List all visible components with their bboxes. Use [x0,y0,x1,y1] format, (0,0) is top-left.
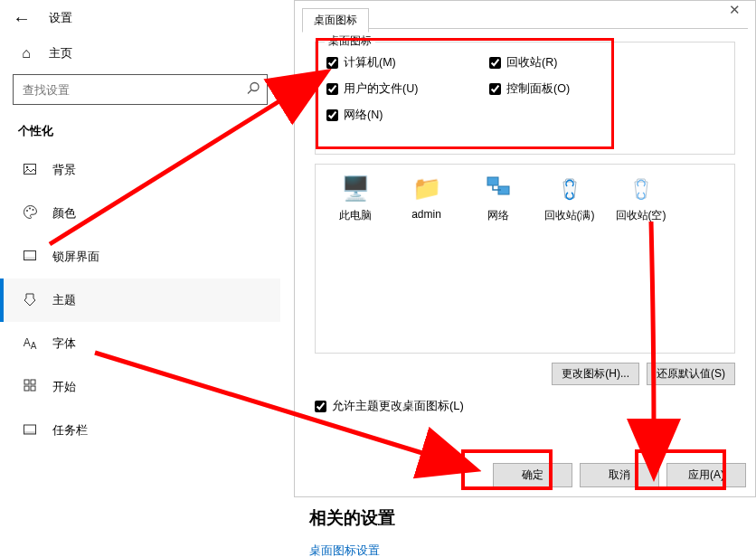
section-title: 个性化 [0,119,280,148]
sidebar-item-background[interactable]: 背景 [0,148,280,192]
sidebar-item-lockscreen[interactable]: 锁屏界面 [0,235,280,278]
svg-rect-10 [31,380,35,384]
svg-rect-15 [487,177,498,185]
preview-label: 此电脑 [339,208,372,223]
computer-icon: 🖥️ [341,174,370,203]
sidebar-item-label: 主题 [52,292,76,308]
home-label: 主页 [49,45,72,61]
preview-item-user[interactable]: 📁 admin [392,174,460,221]
home-icon: ⌂ [18,45,34,61]
icon-preview-panel: 🖥️ 此电脑 📁 admin 网络 回收站(满) [315,164,735,354]
related-title: 相关的设置 [309,506,395,530]
svg-rect-12 [31,386,35,391]
checkbox-allow-themes[interactable]: 允许主题更改桌面图标(L) [315,398,735,414]
sidebar-item-start[interactable]: 开始 [0,365,280,409]
checkbox-label: 允许主题更改桌面图标(L) [332,398,464,414]
desktop-icons-group: 桌面图标 计算机(M) 回收站(R) 用户的文件(U) 控制面板(O) [315,42,735,155]
settings-sidebar: ← 设置 ⌂ 主页 个性化 背景 颜色 锁屏界面 主题 AA [0,0,280,557]
checkbox-userfiles-input[interactable] [326,83,338,95]
checkbox-label: 用户的文件(U) [344,81,418,97]
font-icon: AA [22,336,38,351]
recycle-full-icon [555,174,584,203]
sidebar-item-fonts[interactable]: AA 字体 [0,322,280,365]
checkbox-label: 控制面板(O) [506,81,570,97]
apply-button[interactable]: 应用(A) [666,463,746,487]
checkbox-computer-input[interactable] [326,57,338,69]
sidebar-item-label: 字体 [52,335,76,352]
ok-button[interactable]: 确定 [493,463,572,487]
svg-point-3 [26,165,28,167]
checkbox-label: 网络(N) [344,108,383,123]
svg-point-6 [32,209,33,211]
checkbox-label: 计算机(M) [344,55,396,71]
preview-label: 回收站(空) [616,208,666,223]
image-icon [22,162,38,179]
sidebar-item-label: 颜色 [52,205,76,222]
lockscreen-icon [22,249,38,266]
palette-icon [22,204,38,222]
desktop-icon-settings-dialog: ✕ 桌面图标 桌面图标 计算机(M) 回收站(R) 用户的文件(U) [294,0,756,497]
checkbox-controlpanel[interactable]: 控制面板(O) [489,81,652,97]
cancel-button[interactable]: 取消 [580,463,659,487]
checkbox-userfiles[interactable]: 用户的文件(U) [326,81,489,97]
svg-rect-9 [24,380,29,384]
search-wrap [13,74,268,105]
checkbox-allow-themes-input[interactable] [315,401,326,412]
close-icon[interactable]: ✕ [723,1,746,18]
sidebar-item-colors[interactable]: 颜色 [0,192,280,235]
checkbox-network-input[interactable] [326,109,338,121]
settings-title: 设置 [49,10,72,26]
back-button[interactable]: ← [7,5,36,33]
preview-item-computer[interactable]: 🖥️ 此电脑 [321,174,389,223]
change-icon-button[interactable]: 更改图标(H)... [552,363,639,385]
preview-item-recycle-full[interactable]: 回收站(满) [535,174,603,223]
user-folder-icon: 📁 [412,174,441,203]
related-settings: 相关的设置 桌面图标设置 [309,506,395,557]
svg-point-4 [26,210,28,212]
preview-label: 回收站(满) [544,208,595,223]
sidebar-item-label: 背景 [52,162,76,178]
checkbox-network[interactable]: 网络(N) [326,108,489,123]
checkbox-recyclebin-input[interactable] [489,57,501,69]
group-title: 桌面图标 [325,33,375,49]
recycle-empty-icon [627,174,656,203]
checkbox-computer[interactable]: 计算机(M) [326,55,489,71]
start-icon [22,379,38,395]
sidebar-item-label: 锁屏界面 [52,249,99,265]
taskbar-icon [22,422,38,439]
checkbox-label: 回收站(R) [506,55,557,71]
network-icon [484,174,513,203]
svg-point-5 [29,208,31,210]
preview-label: 网络 [487,208,509,223]
sidebar-item-label: 开始 [52,379,76,395]
sidebar-item-theme[interactable]: 主题 [0,278,280,322]
search-input[interactable] [13,74,268,105]
tab-desktop-icons[interactable]: 桌面图标 [302,8,369,33]
theme-icon [22,292,38,309]
checkbox-recyclebin[interactable]: 回收站(R) [489,55,652,71]
home-nav[interactable]: ⌂ 主页 [0,36,280,71]
related-link[interactable]: 桌面图标设置 [309,543,395,557]
preview-item-recycle-empty[interactable]: 回收站(空) [607,174,675,223]
sidebar-item-taskbar[interactable]: 任务栏 [0,409,280,452]
preview-label: admin [411,208,441,221]
preview-item-network[interactable]: 网络 [464,174,532,223]
restore-defaults-button[interactable]: 还原默认值(S) [647,363,735,385]
svg-rect-14 [24,431,36,434]
svg-rect-11 [24,386,29,391]
checkbox-controlpanel-input[interactable] [489,83,501,95]
svg-rect-8 [24,257,36,260]
sidebar-item-label: 任务栏 [52,422,88,439]
